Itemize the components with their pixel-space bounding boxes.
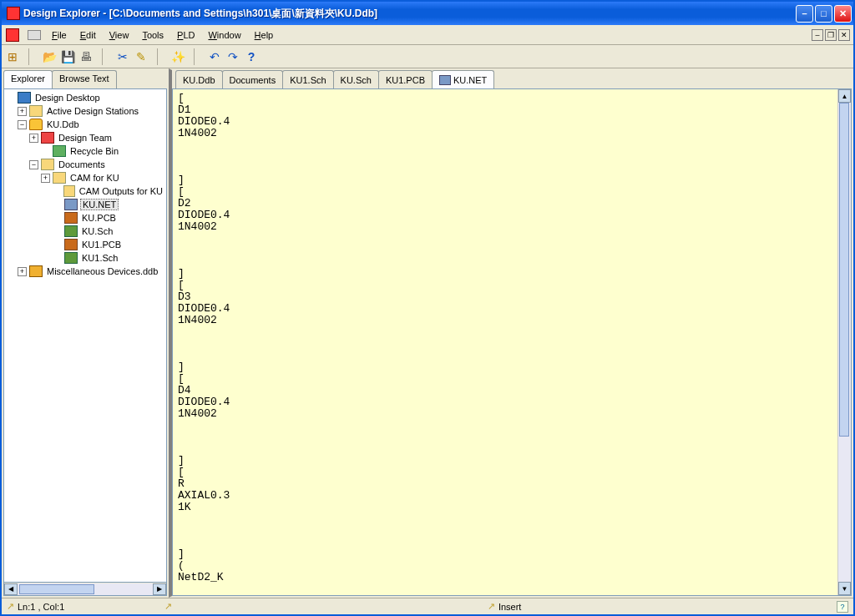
tree-hscrollbar[interactable]: ◀ ▶ (3, 583, 167, 596)
doctab-ku1-sch[interactable]: KU1.Sch (282, 70, 333, 88)
mdi-restore[interactable]: ❐ (825, 29, 837, 41)
menu-view[interactable]: View (106, 28, 133, 42)
expand-icon[interactable]: + (29, 134, 38, 143)
tree-ku1-sch[interactable]: KU1.Sch (80, 253, 119, 263)
titlebar: Design Explorer - [C:\Documents and Sett… (2, 2, 853, 25)
menu-book-icon[interactable] (27, 28, 42, 43)
menu-edit[interactable]: Edit (77, 28, 99, 42)
explorer-pane: Explorer Browse Text Design Desktop +Act… (2, 68, 169, 598)
tree-view[interactable]: Design Desktop +Active Design Stations −… (3, 88, 167, 583)
pencil-icon[interactable]: ✎ (134, 49, 149, 64)
tab-browse-text[interactable]: Browse Text (52, 70, 117, 88)
wand-icon[interactable]: ✨ (170, 49, 185, 64)
tree-active-stations[interactable]: Active Design Stations (45, 106, 140, 116)
doctab-ku-sch[interactable]: KU.Sch (333, 70, 379, 88)
tree-design-desktop[interactable]: Design Desktop (33, 93, 102, 103)
scroll-thumb[interactable] (19, 584, 94, 594)
status-position: Ln:1 , Col:1 (18, 602, 64, 612)
tab-explorer[interactable]: Explorer (3, 70, 53, 88)
doctab-ku-net[interactable]: KU.NET (432, 70, 494, 88)
toolbar: ⊞ 📂 💾 🖶 ✂ ✎ ✨ ↶ ↷ ? (2, 45, 853, 68)
doctab-documents[interactable]: Documents (222, 70, 284, 88)
maximize-button[interactable]: □ (815, 5, 832, 23)
tree-ku-pcb[interactable]: KU.PCB (80, 213, 118, 223)
close-button[interactable]: ✕ (834, 5, 852, 23)
minimize-button[interactable]: – (796, 5, 813, 23)
menu-pld[interactable]: PLD (174, 28, 198, 42)
menu-tools[interactable]: Tools (139, 28, 167, 42)
redo-icon[interactable]: ↷ (225, 49, 240, 64)
tree-design-team[interactable]: Design Team (57, 133, 114, 143)
menu-window[interactable]: Window (205, 28, 244, 42)
collapse-icon[interactable]: − (18, 120, 27, 129)
tree-ku-sch[interactable]: KU.Sch (80, 226, 114, 236)
scroll-left-icon[interactable]: ◀ (4, 583, 18, 595)
statusbar: ↗Ln:1 , Col:1 ↗ ↗Insert ? (2, 598, 853, 614)
net-file-icon (439, 75, 451, 85)
text-editor[interactable]: [ D1 DIODE0.4 1N4002 ] [ D2 DIODE0.4 1N4… (172, 88, 852, 596)
scroll-thumb[interactable] (839, 103, 849, 437)
doctab-ku1-pcb[interactable]: KU1.PCB (378, 70, 433, 88)
tree-cam-outputs[interactable]: CAM Outputs for KU (78, 186, 164, 196)
mdi-minimize[interactable]: – (812, 29, 823, 41)
status-insert-icon: ↗ (488, 601, 495, 612)
status-help-icon[interactable]: ? (837, 601, 848, 613)
tree-recycle-bin[interactable]: Recycle Bin (68, 146, 120, 156)
help-icon[interactable]: ? (244, 49, 259, 64)
app-icon (7, 7, 20, 20)
collapse-icon[interactable]: − (29, 160, 38, 169)
menu-help[interactable]: Help (251, 28, 277, 42)
scroll-up-icon[interactable]: ▲ (838, 89, 851, 103)
mdi-close[interactable]: ✕ (838, 29, 850, 41)
expand-icon[interactable]: + (41, 174, 50, 183)
tree-cam-for-ku[interactable]: CAM for KU (68, 173, 121, 183)
status-insert-mode: Insert (498, 602, 522, 612)
status-cursor-icon: ↗ (7, 601, 14, 612)
print-icon[interactable]: 🖶 (78, 49, 94, 64)
menubar: File Edit View Tools PLD Window Help – ❐… (2, 25, 853, 45)
undo-icon[interactable]: ↶ (207, 49, 222, 64)
tree-ku1-pcb[interactable]: KU1.PCB (80, 240, 123, 250)
menu-file[interactable]: File (48, 28, 70, 42)
editor-vscrollbar[interactable]: ▲ ▼ (837, 89, 851, 595)
tree-icon[interactable]: ⊞ (5, 49, 20, 64)
scroll-right-icon[interactable]: ▶ (153, 583, 166, 595)
save-icon[interactable]: 💾 (60, 49, 75, 64)
cut-icon[interactable]: ✂ (115, 49, 130, 64)
status-arrow-icon: ↗ (164, 601, 172, 612)
open-icon[interactable]: 📂 (42, 49, 57, 64)
expand-icon[interactable]: + (18, 107, 27, 116)
tree-documents[interactable]: Documents (57, 159, 107, 169)
scroll-down-icon[interactable]: ▼ (838, 582, 851, 595)
expand-icon[interactable]: + (18, 267, 27, 276)
menu-app-icon[interactable] (5, 28, 20, 43)
editor-content[interactable]: [ D1 DIODE0.4 1N4002 ] [ D2 DIODE0.4 1N4… (173, 89, 837, 595)
tree-misc-devices[interactable]: Miscellaneous Devices.ddb (45, 266, 159, 276)
window-title: Design Explorer - [C:\Documents and Sett… (23, 7, 796, 21)
tree-ku-ddb[interactable]: KU.Ddb (45, 119, 81, 129)
document-pane: KU.Ddb Documents KU1.Sch KU.Sch KU1.PCB … (169, 68, 853, 598)
doctab-ku-ddb[interactable]: KU.Ddb (175, 70, 223, 88)
tree-ku-net[interactable]: KU.NET (80, 199, 119, 210)
